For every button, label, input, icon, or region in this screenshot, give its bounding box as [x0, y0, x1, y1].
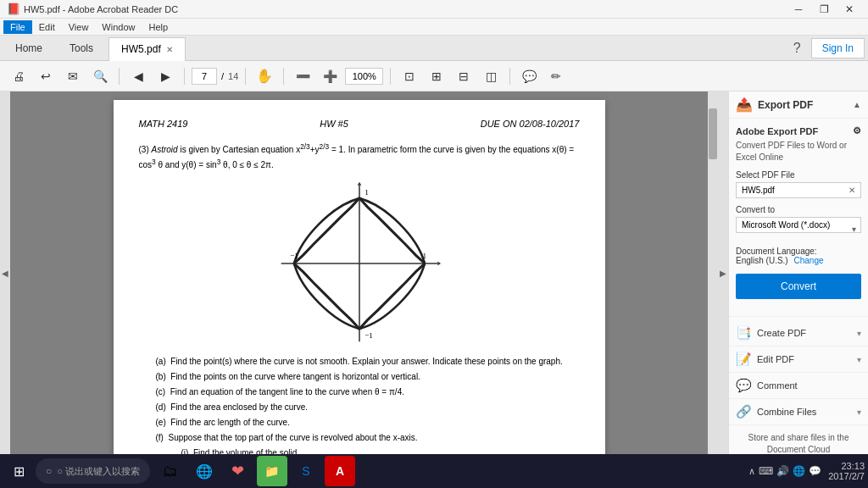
pdf-content: (3) Astroid is given by Cartesian equati…	[139, 141, 580, 455]
svg-marker-6	[437, 262, 441, 266]
network-icon[interactable]: 🌐	[793, 465, 805, 477]
hand-tool-btn[interactable]: ✋	[253, 64, 276, 88]
maximize-button[interactable]: ❐	[812, 0, 836, 19]
part-d-label: (d)	[156, 402, 169, 412]
part-a-label: (a)	[156, 357, 169, 366]
draw-btn[interactable]: ✏	[544, 64, 568, 88]
toolbar-btn-1[interactable]: 🖨	[7, 64, 31, 88]
toolbar-btn-3[interactable]: ✉	[61, 64, 85, 88]
left-panel-toggle[interactable]: ◀	[0, 92, 10, 454]
export-pdf-label: Export PDF	[758, 99, 813, 111]
minimize-button[interactable]: ─	[787, 0, 810, 19]
pdf-due-date: DUE ON 02/08-10/2017	[481, 117, 580, 131]
tab-tools[interactable]: Tools	[58, 39, 105, 58]
file-name: HW5.pdf	[742, 186, 775, 195]
file-close-icon[interactable]: ✕	[849, 186, 855, 195]
taskbar-acrobat-icon[interactable]: A	[325, 456, 355, 486]
pdf-course: MATH 2419	[139, 117, 188, 131]
taskbar-icon-6[interactable]: S	[291, 456, 321, 486]
right-panel-toggle[interactable]: ▶	[718, 92, 728, 454]
taskbar-search[interactable]: ○ ○ 说出或键入以搜索	[36, 458, 150, 484]
toolbar-btn-2[interactable]: ↩	[34, 64, 58, 88]
menu-view[interactable]: View	[62, 20, 96, 34]
create-pdf-row[interactable]: 📑 Create PDF ▾	[729, 320, 868, 347]
comment-row[interactable]: 💬 Comment	[729, 373, 868, 399]
help-button[interactable]: ?	[787, 37, 808, 59]
export-pdf-content: Adobe Export PDF ⚙ Convert PDF Files to …	[729, 119, 868, 313]
part-c-label: (c)	[156, 387, 168, 396]
main-layout: ◀ MATH 2419 HW #5 DUE ON 02/08-10/2017 (…	[0, 92, 868, 454]
pdf-hw-title: HW #5	[320, 117, 348, 131]
convert-select[interactable]: Microsoft Word (*.docx) Microsoft Excel …	[736, 217, 861, 233]
part-c-text: Find an equation of the tangent line to …	[170, 387, 404, 396]
toolbar: 🖨 ↩ ✉ 🔍 ◀ ▶ / 14 ✋ ➖ ➕ ⊡ ⊞ ⊟ ◫ 💬 ✏	[0, 61, 868, 92]
taskbar-sys: ∧ ⌨ 🔊 🌐 💬 23:13 2017/2/7	[748, 461, 865, 481]
part-f-label: (f)	[156, 433, 166, 442]
part-f-i-text: Find the volume of the solid.	[193, 448, 299, 454]
part-f-i: (i) Find the volume of the solid.	[181, 446, 580, 454]
zoom-out-btn[interactable]: ➖	[291, 64, 314, 88]
edit-pdf-chevron-icon: ▾	[857, 355, 861, 364]
settings-icon[interactable]: ⚙	[853, 125, 861, 136]
convert-button[interactable]: Convert	[736, 274, 861, 299]
comment-icon: 💬	[736, 378, 752, 393]
edit-pdf-icon: 📝	[736, 352, 752, 367]
next-page-btn[interactable]: ▶	[153, 64, 177, 88]
file-input[interactable]: HW5.pdf ✕	[736, 182, 861, 198]
part-b-text: Find the points on the curve where tange…	[170, 372, 420, 381]
keyboard-icon[interactable]: ⌨	[759, 465, 773, 477]
prev-page-btn[interactable]: ◀	[126, 64, 150, 88]
notification-icon[interactable]: 💬	[809, 465, 821, 477]
page-input[interactable]	[192, 68, 217, 85]
zoom-in-btn[interactable]: ➕	[318, 64, 342, 88]
page-separator: /	[221, 71, 224, 81]
taskbar-icon-4[interactable]: ❤	[223, 456, 253, 486]
fit-width-btn[interactable]: ⊞	[425, 64, 448, 88]
sign-in-button[interactable]: Sign In	[811, 38, 865, 58]
adobe-export-label: Adobe Export PDF	[736, 126, 818, 136]
title-bar: 📕 HW5.pdf - Adobe Acrobat Reader DC ─ ❐ …	[0, 0, 868, 19]
menu-window[interactable]: Window	[95, 20, 142, 34]
tab-hw5[interactable]: HW5.pdf ✕	[108, 37, 186, 61]
toolbar-btn-4[interactable]: 🔍	[88, 64, 112, 88]
menu-file[interactable]: File	[3, 20, 32, 34]
tab-home[interactable]: Home	[3, 39, 54, 58]
page-nav: / 14	[192, 68, 238, 85]
right-panel: 📤 Export PDF ▲ Adobe Export PDF ⚙ Conver…	[728, 92, 868, 454]
export-pdf-desc: Convert PDF Files to Word or Excel Onlin…	[736, 140, 861, 164]
toolbar-extra-btn[interactable]: ◫	[479, 64, 503, 88]
combine-files-row[interactable]: 🔗 Combine Files ▾	[729, 399, 868, 425]
change-language-link[interactable]: Change	[793, 256, 823, 265]
panel-footer: Store and share files in the Document Cl…	[729, 425, 868, 454]
menu-edit[interactable]: Edit	[32, 20, 62, 34]
convert-select-wrapper: Microsoft Word (*.docx) Microsoft Excel …	[736, 217, 861, 240]
edit-pdf-row[interactable]: 📝 Edit PDF ▾	[729, 347, 868, 373]
taskbar-icon-2[interactable]: 🗂	[155, 456, 186, 486]
tab-bar: Home Tools HW5.pdf ✕ ? Sign In	[0, 36, 868, 61]
problem-num: (3)	[139, 145, 149, 154]
tab-close-icon[interactable]: ✕	[166, 45, 173, 54]
zoom-input[interactable]	[345, 68, 383, 85]
close-button[interactable]: ✕	[837, 0, 861, 19]
toolbar-view-btn[interactable]: ⊟	[452, 64, 476, 88]
taskbar-clock[interactable]: 23:13 2017/2/7	[828, 461, 865, 481]
start-button[interactable]: ⊞	[3, 456, 34, 486]
combine-files-label: Combine Files	[757, 407, 816, 417]
export-pdf-icon: 📤	[736, 97, 753, 113]
export-pdf-header[interactable]: 📤 Export PDF ▲	[729, 92, 868, 119]
comment-btn[interactable]: 💬	[517, 64, 541, 88]
date-display: 2017/2/7	[828, 471, 865, 481]
doc-lang-label: Document Language: English (U.S.) Change	[736, 247, 861, 265]
combine-files-chevron-icon: ▾	[857, 408, 861, 417]
volume-icon[interactable]: 🔊	[776, 465, 789, 477]
taskbar-icon-5[interactable]: 📁	[257, 456, 287, 486]
fit-page-btn[interactable]: ⊡	[398, 64, 421, 88]
combine-files-left: 🔗 Combine Files	[736, 404, 816, 419]
sys-arrow-icon[interactable]: ∧	[748, 466, 755, 477]
scrollbar[interactable]	[708, 92, 718, 454]
svg-text:−1: −1	[364, 332, 373, 341]
menu-help[interactable]: Help	[142, 20, 175, 34]
scroll-thumb[interactable]	[709, 108, 717, 159]
taskbar-icon-3[interactable]: 🌐	[189, 456, 220, 486]
export-pdf-chevron-icon: ▲	[853, 100, 861, 109]
